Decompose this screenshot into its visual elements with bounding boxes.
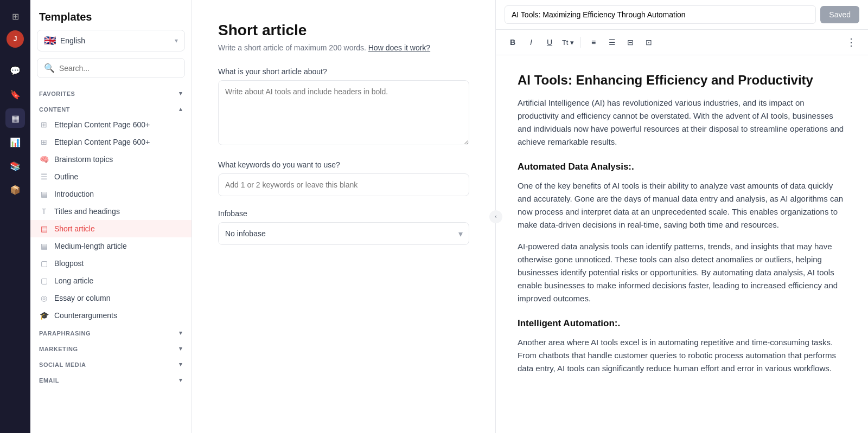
book-icon[interactable]: 📚 [5, 156, 25, 176]
etteplan1-icon: ⊞ [39, 120, 49, 129]
chevron-up-icon: ▴ [179, 106, 183, 113]
italic-button[interactable]: I [523, 34, 539, 50]
medium-article-label: Medium-length article [54, 242, 127, 250]
sidebar-item-outline[interactable]: ☰ Outline [30, 168, 192, 185]
infobase-select[interactable]: No infobase [218, 222, 469, 245]
main-form: Short article Write a short article of m… [192, 0, 496, 433]
sidebar: Templates 🇬🇧 English ▾ 🔍 FAVORITES ▾ CON… [30, 0, 192, 433]
article-section3-heading: Intelligent Automation:. [518, 316, 846, 331]
introduction-icon: ▤ [39, 190, 49, 198]
article-section2-body: AI-powered data analysis tools can ident… [518, 240, 846, 305]
sidebar-item-blogpost[interactable]: ▢ Blogpost [30, 255, 192, 272]
blogpost-icon: ▢ [39, 259, 49, 268]
article-section1-body: One of the key benefits of AI tools is t… [518, 179, 846, 231]
editor-toolbar: Saved [496, 0, 868, 30]
sidebar-item-short-article[interactable]: ▤ Short article [30, 220, 192, 237]
bookmark-icon[interactable]: 🔖 [5, 85, 25, 104]
flag-icon: 🇬🇧 [44, 35, 56, 47]
grid-icon[interactable]: ⊞ [5, 7, 25, 26]
about-textarea[interactable] [218, 80, 469, 145]
outline-label: Outline [54, 172, 78, 181]
fontsize-button[interactable]: Tt ▾ [560, 34, 576, 50]
chevron-down-icon: ▾ [179, 329, 183, 337]
infobase-label: Infobase [218, 209, 469, 218]
chevron-down-icon: ▾ [175, 37, 178, 44]
chat-icon[interactable]: 💬 [5, 61, 25, 80]
infobase-select-container: No infobase ▾ [218, 222, 469, 245]
about-label: What is your short article about? [218, 67, 469, 76]
outline-icon: ☰ [39, 172, 49, 181]
etteplan1-label: Etteplan Content Page 600+ [54, 120, 150, 129]
sidebar-item-titles[interactable]: T Titles and headings [30, 203, 192, 220]
etteplan2-icon: ⊞ [39, 138, 49, 146]
titles-icon: T [39, 207, 49, 216]
search-box: 🔍 [37, 58, 185, 78]
sidebar-section-paraphrasing[interactable]: PARAPHRASING ▾ [30, 324, 192, 340]
bold-button[interactable]: B [505, 34, 521, 50]
long-article-label: Long article [54, 276, 93, 285]
sidebar-item-brainstorm[interactable]: 🧠 Brainstorm topics [30, 151, 192, 168]
introduction-label: Introduction [54, 190, 94, 198]
search-input[interactable] [59, 64, 178, 73]
article-intro: Artificial Intelligence (AI) has revolut… [518, 96, 846, 148]
sidebar-section-social[interactable]: SOCIAL MEDIA ▾ [30, 356, 192, 371]
sidebar-title: Templates [30, 0, 192, 30]
essay-label: Essay or column [54, 294, 110, 302]
article-content: AI Tools: Enhancing Efficiency and Produ… [496, 55, 868, 433]
short-article-icon: ▤ [39, 224, 49, 233]
sidebar-item-counterarguments[interactable]: 🎓 Counterarguments [30, 307, 192, 324]
icon-bar: ⊞ J 💬 🔖 ▦ 📊 📚 📦 [0, 0, 30, 433]
avatar[interactable]: J [7, 30, 24, 48]
sidebar-item-etteplan1[interactable]: ⊞ Etteplan Content Page 600+ [30, 116, 192, 133]
copy-button[interactable]: ⊡ [641, 34, 657, 50]
counterarg-label: Counterarguments [54, 311, 117, 320]
form-subtitle: Write a short article of maximum 200 wor… [218, 43, 469, 52]
sidebar-scroll: FAVORITES ▾ CONTENT ▴ ⊞ Etteplan Content… [30, 85, 192, 433]
article-section3-body: Another area where AI tools excel is in … [518, 336, 846, 375]
language-name: English [60, 36, 170, 45]
titles-label: Titles and headings [54, 207, 120, 216]
sidebar-item-etteplan2[interactable]: ⊞ Etteplan Content Page 600+ [30, 133, 192, 151]
more-button[interactable]: ⋮ [843, 34, 859, 50]
sidebar-section-content[interactable]: CONTENT ▴ [30, 100, 192, 116]
medium-article-icon: ▤ [39, 242, 49, 250]
format-toolbar: B I U Tt ▾ ≡ ☰ ⊟ ⊡ ⋮ [496, 30, 868, 55]
sidebar-item-long-article[interactable]: ▢ Long article [30, 272, 192, 289]
chevron-down-icon: ▾ [179, 345, 183, 352]
search-icon: 🔍 [44, 63, 55, 73]
language-selector[interactable]: 🇬🇧 English ▾ [37, 30, 185, 51]
sidebar-item-essay[interactable]: ◎ Essay or column [30, 289, 192, 307]
article-heading: AI Tools: Enhancing Efficiency and Produ… [518, 73, 846, 88]
print-button[interactable]: ⊟ [622, 34, 639, 50]
sidebar-item-introduction[interactable]: ▤ Introduction [30, 185, 192, 203]
template-icon[interactable]: ▦ [5, 108, 25, 128]
how-link[interactable]: How does it work? [368, 43, 430, 52]
essay-icon: ◎ [39, 294, 49, 302]
brainstorm-label: Brainstorm topics [54, 155, 113, 164]
blogpost-label: Blogpost [54, 259, 84, 268]
form-title: Short article [218, 22, 469, 39]
underline-button[interactable]: U [541, 34, 558, 50]
short-article-label: Short article [54, 224, 95, 233]
article-section1-heading: Automated Data Analysis:. [518, 159, 846, 174]
chart-icon[interactable]: 📊 [5, 132, 25, 152]
box-icon[interactable]: 📦 [5, 180, 25, 199]
article-title-input[interactable] [505, 5, 816, 24]
check-list-button[interactable]: ☰ [604, 34, 620, 50]
sidebar-item-medium-article[interactable]: ▤ Medium-length article [30, 237, 192, 255]
bullet-list-button[interactable]: ≡ [585, 34, 602, 50]
keywords-label: What keywords do you want to use? [218, 160, 469, 169]
etteplan2-label: Etteplan Content Page 600+ [54, 138, 150, 146]
brainstorm-icon: 🧠 [39, 155, 49, 164]
long-article-icon: ▢ [39, 276, 49, 285]
sidebar-section-favorites[interactable]: FAVORITES ▾ [30, 85, 192, 100]
collapse-panel-button[interactable]: ‹ [489, 210, 502, 223]
chevron-down-icon: ▾ [179, 377, 183, 384]
sidebar-section-email[interactable]: EMAIL ▾ [30, 371, 192, 387]
keywords-input[interactable] [218, 173, 469, 196]
chevron-down-icon: ▾ [179, 361, 183, 368]
chevron-icon: ▾ [179, 90, 183, 97]
counterarg-icon: 🎓 [39, 311, 49, 320]
saved-button[interactable]: Saved [820, 6, 859, 23]
sidebar-section-marketing[interactable]: MARKETING ▾ [30, 340, 192, 356]
